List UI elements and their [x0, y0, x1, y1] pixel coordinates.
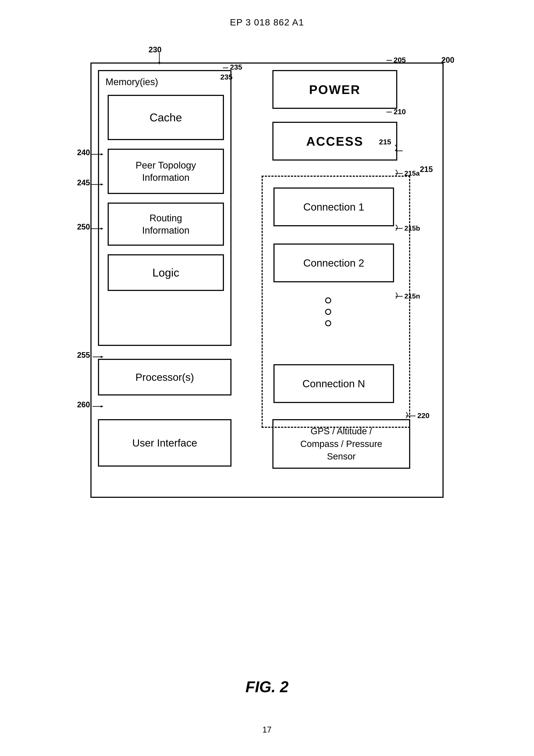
peer-topology-label: Peer TopologyInformation [136, 159, 196, 184]
routing-label: RoutingInformation [142, 212, 190, 236]
svg-text:260: 260 [77, 400, 90, 409]
connections-dashed-box: 215 Connection 1 Connection 2 Connection… [262, 176, 410, 428]
connectionN-label: Connection N [302, 378, 365, 390]
routing-box: RoutingInformation [108, 202, 224, 246]
dot-3 [325, 320, 331, 326]
svg-text:255: 255 [77, 351, 90, 360]
connectionN-box: Connection N [273, 364, 394, 403]
connection1-box: Connection 1 [273, 187, 394, 226]
power-label: POWER [309, 82, 361, 97]
memory-label: Memory(ies) [106, 76, 158, 87]
processor-box: Processor(s) [98, 359, 232, 395]
svg-text:240: 240 [77, 148, 90, 157]
logic-box: Logic [108, 254, 224, 291]
svg-text:250: 250 [77, 222, 90, 231]
label-230: 230 [149, 45, 162, 54]
processor-label: Processor(s) [136, 371, 194, 383]
user-interface-label: User Interface [132, 437, 197, 449]
label-215: 215 [420, 165, 433, 174]
connection2-box: Connection 2 [273, 244, 394, 282]
logic-label: Logic [152, 266, 179, 279]
memory-box: Memory(ies) 235 Cache Peer TopologyInfor… [98, 70, 232, 346]
cache-label: Cache [150, 111, 182, 124]
dots-container [325, 297, 331, 326]
access-box: ACCESS [272, 122, 397, 161]
connection1-label: Connection 1 [303, 201, 364, 213]
connection2-label: Connection 2 [303, 257, 364, 269]
page-number: 17 [263, 725, 271, 735]
access-label: ACCESS [306, 134, 364, 148]
figure-label: FIG. 2 [245, 678, 289, 696]
diagram-container: 230 200 Memory(ies) 235 Cache Peer Topol… [73, 35, 461, 595]
dot-2 [325, 309, 331, 315]
outer-device-box: Memory(ies) 235 Cache Peer TopologyInfor… [90, 63, 444, 498]
label-235: 235 [220, 73, 233, 81]
gps-label: GPS / Altitude /Compass / PressureSensor [300, 425, 382, 463]
patent-header: EP 3 018 862 A1 [0, 0, 534, 28]
svg-text:245: 245 [77, 178, 90, 187]
dot-1 [325, 297, 331, 304]
user-interface-box: User Interface [98, 419, 232, 467]
cache-box: Cache [108, 95, 224, 140]
power-box: POWER [272, 70, 397, 109]
gps-box: GPS / Altitude /Compass / PressureSensor [272, 419, 410, 469]
peer-topology-box: Peer TopologyInformation [108, 149, 224, 194]
